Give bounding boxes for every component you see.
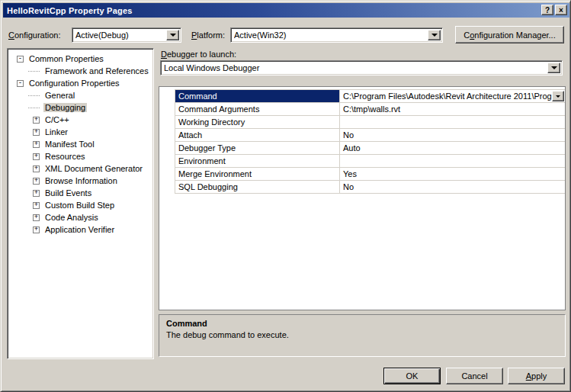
dialog-title: HelloRevitCpp Property Pages	[7, 6, 133, 15]
tree-item-common-properties[interactable]: - Common Properties	[8, 53, 153, 65]
property-row-environment[interactable]: Environment	[175, 155, 565, 168]
property-row-attach[interactable]: Attach No	[175, 129, 565, 142]
tree-item-configuration-properties[interactable]: - Configuration Properties	[8, 77, 153, 89]
property-grid: Command C:\Program Files\Autodesk\Revit …	[159, 86, 566, 310]
debugger-value: Local Windows Debugger	[164, 63, 545, 72]
property-value[interactable]: Auto	[339, 142, 565, 154]
property-name[interactable]: Environment	[175, 155, 339, 167]
tree-item-resources[interactable]: + Resources	[8, 150, 153, 162]
tree-item-label: Configuration Properties	[27, 79, 121, 88]
expand-icon[interactable]: +	[33, 117, 40, 124]
tree-item-label: XML Document Generator	[43, 164, 144, 173]
tree-item-label: Resources	[43, 152, 87, 161]
description-title: Command	[166, 319, 558, 328]
property-name[interactable]: Command	[175, 90, 339, 102]
configuration-select[interactable]: Active(Debug)	[72, 27, 181, 43]
chevron-down-icon[interactable]	[166, 30, 179, 40]
property-value-text: C:\Program Files\Autodesk\Revit Architec…	[343, 92, 554, 101]
property-name[interactable]: Command Arguments	[175, 103, 339, 115]
tree-item-application-verifier[interactable]: + Application Verifier	[8, 223, 153, 236]
tree-item-label: Browse Information	[43, 176, 119, 185]
configuration-value: Active(Debug)	[75, 31, 164, 40]
collapse-icon[interactable]: -	[17, 80, 24, 87]
property-row-sql-debugging[interactable]: SQL Debugging No	[175, 181, 565, 194]
property-row-command-arguments[interactable]: Command Arguments C:\tmp\walls.rvt	[175, 103, 565, 116]
property-row-working-directory[interactable]: Working Directory	[175, 116, 565, 129]
title-bar[interactable]: HelloRevitCpp Property Pages ? ×	[3, 3, 569, 18]
property-row-command[interactable]: Command C:\Program Files\Autodesk\Revit …	[175, 90, 565, 103]
property-value[interactable]: C:\tmp\walls.rvt	[339, 103, 565, 115]
property-row-debugger-type[interactable]: Debugger Type Auto	[175, 142, 565, 155]
property-value[interactable]: No	[339, 129, 565, 141]
value-dropdown-icon[interactable]	[552, 91, 564, 101]
chevron-down-icon[interactable]	[547, 63, 560, 73]
apply-button[interactable]: Apply	[508, 368, 565, 384]
tree-item-label: General	[43, 91, 76, 100]
property-value[interactable]: No	[339, 181, 565, 193]
tree-item-label-selected: Debugging	[43, 103, 87, 112]
property-name[interactable]: Debugger Type	[175, 142, 339, 154]
platform-value: Active(Win32)	[234, 31, 425, 40]
tree-item-custom-build-step[interactable]: + Custom Build Step	[8, 199, 153, 211]
platform-select[interactable]: Active(Win32)	[230, 27, 443, 43]
collapse-icon[interactable]: -	[17, 56, 24, 63]
configuration-label: Configuration:	[8, 31, 61, 40]
tree-item-xml-document-generator[interactable]: + XML Document Generator	[8, 162, 153, 175]
tree-item-general[interactable]: General	[8, 89, 153, 101]
tree-item-label: C/C++	[43, 115, 71, 124]
expand-icon[interactable]: +	[33, 165, 40, 172]
tree-item-label: Code Analysis	[43, 213, 100, 222]
tree-item-debugging[interactable]: Debugging	[8, 101, 153, 114]
property-value[interactable]: Yes	[339, 168, 565, 180]
expand-icon[interactable]: +	[33, 141, 40, 148]
ok-button[interactable]: OK	[383, 368, 441, 384]
tree-item-label: Custom Build Step	[43, 201, 116, 210]
close-icon[interactable]: ×	[555, 5, 567, 15]
property-pages-dialog: HelloRevitCpp Property Pages ? × Configu…	[0, 0, 571, 392]
property-name[interactable]: Working Directory	[175, 116, 339, 128]
expand-icon[interactable]: +	[33, 214, 40, 221]
description-panel: Command The debug command to execute.	[159, 314, 566, 357]
property-value[interactable]: C:\Program Files\Autodesk\Revit Architec…	[339, 90, 565, 102]
tree-connector	[33, 68, 40, 75]
expand-icon[interactable]: +	[33, 129, 40, 136]
tree-item-code-analysis[interactable]: + Code Analysis	[8, 211, 153, 223]
tree-item-label: Common Properties	[27, 54, 105, 63]
expand-icon[interactable]: +	[33, 178, 40, 185]
tree-item-label: Application Verifier	[43, 225, 116, 234]
property-row-merge-environment[interactable]: Merge Environment Yes	[175, 168, 565, 181]
tree-item-label: Linker	[43, 127, 69, 137]
expand-icon[interactable]: +	[33, 190, 40, 197]
tree-item-label: Framework and References	[43, 66, 150, 76]
tree-item-label: Manifest Tool	[43, 140, 96, 149]
property-name[interactable]: Attach	[175, 129, 339, 141]
titlebar-buttons: ? ×	[541, 5, 567, 15]
tree-item-framework-and-references[interactable]: Framework and References	[8, 65, 153, 77]
tree-connector	[33, 92, 40, 99]
property-category-tree: - Common Properties Framework and Refere…	[7, 48, 154, 359]
configuration-manager-button[interactable]: Configuration Manager...	[455, 26, 564, 43]
tree-item-browse-information[interactable]: + Browse Information	[8, 175, 153, 187]
tree-connector	[33, 104, 40, 111]
tree-item-manifest-tool[interactable]: + Manifest Tool	[8, 138, 153, 150]
chevron-down-icon[interactable]	[428, 30, 441, 40]
tree-item-label: Build Events	[43, 188, 93, 198]
help-icon[interactable]: ?	[541, 5, 553, 15]
expand-icon[interactable]: +	[33, 202, 40, 209]
expand-icon[interactable]: +	[33, 153, 40, 160]
property-name[interactable]: Merge Environment	[175, 168, 339, 180]
platform-label: Platform:	[191, 31, 225, 40]
tree-item-build-events[interactable]: + Build Events	[8, 187, 153, 199]
tree-item-linker[interactable]: + Linker	[8, 126, 153, 138]
property-value[interactable]	[339, 155, 565, 167]
property-value[interactable]	[339, 116, 565, 128]
tree-item-c-cpp[interactable]: + C/C++	[8, 114, 153, 126]
expand-icon[interactable]: +	[33, 227, 40, 233]
cancel-button[interactable]: Cancel	[446, 368, 503, 384]
property-name[interactable]: SQL Debugging	[175, 181, 339, 193]
description-text: The debug command to execute.	[166, 330, 558, 339]
debugger-to-launch-label: Debugger to launch:	[161, 50, 236, 59]
debugger-select[interactable]: Local Windows Debugger	[160, 60, 563, 76]
